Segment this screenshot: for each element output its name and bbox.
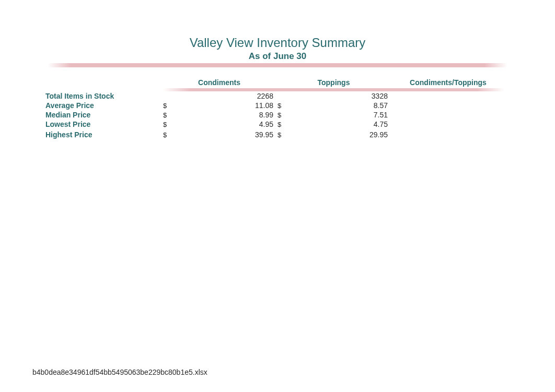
value-total-items-condiments: 2268 <box>162 91 276 101</box>
value-lowest-price-condiments: $4.95 <box>162 120 276 129</box>
label-average-price: Average Price <box>45 101 162 110</box>
value-median-price-ct <box>391 110 505 120</box>
footer-filename: b4b0dea8e34961df54bb5495063be229bc80b1e5… <box>32 368 207 376</box>
page-subtitle: As of June 30 <box>0 51 555 62</box>
row-average-price: Average Price $11.08 $8.57 <box>45 101 505 110</box>
label-highest-price: Highest Price <box>45 130 162 139</box>
row-total-items: Total Items in Stock 2268 3328 <box>45 91 505 101</box>
page-title: Valley View Inventory Summary <box>0 35 555 50</box>
label-median-price: Median Price <box>45 110 162 120</box>
label-total-items: Total Items in Stock <box>45 91 162 101</box>
row-lowest-price: Lowest Price $4.95 $4.75 <box>45 120 505 129</box>
summary-table: Condiments Toppings Condiments/Toppings … <box>45 77 505 139</box>
header-blank <box>45 77 162 88</box>
header-condiments: Condiments <box>162 77 276 88</box>
value-highest-price-ct <box>391 130 505 139</box>
label-lowest-price: Lowest Price <box>45 120 162 129</box>
summary-table-wrap: Condiments Toppings Condiments/Toppings … <box>45 77 505 139</box>
row-highest-price: Highest Price $39.95 $29.95 <box>45 130 505 139</box>
value-lowest-price-ct <box>391 120 505 129</box>
value-average-price-ct <box>391 101 505 110</box>
value-median-price-toppings: $7.51 <box>276 110 391 120</box>
header-condiments-toppings: Condiments/Toppings <box>391 77 505 88</box>
value-lowest-price-toppings: $4.75 <box>276 120 391 129</box>
value-average-price-toppings: $8.57 <box>276 101 391 110</box>
row-median-price: Median Price $8.99 $7.51 <box>45 110 505 120</box>
value-total-items-toppings: 3328 <box>276 91 391 101</box>
value-total-items-ct <box>391 91 505 101</box>
document-page: Valley View Inventory Summary As of June… <box>0 0 555 139</box>
table-header-row: Condiments Toppings Condiments/Toppings <box>45 77 505 88</box>
header-toppings: Toppings <box>276 77 391 88</box>
value-highest-price-condiments: $39.95 <box>162 130 276 139</box>
value-highest-price-toppings: $29.95 <box>276 130 391 139</box>
value-average-price-condiments: $11.08 <box>162 101 276 110</box>
title-divider <box>48 63 507 67</box>
value-median-price-condiments: $8.99 <box>162 110 276 120</box>
